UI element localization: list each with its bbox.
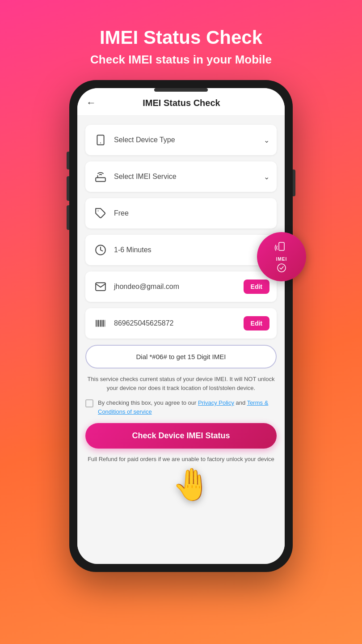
terms-row: By checking this box, you agree to our P… xyxy=(85,398,277,416)
back-button[interactable]: ← xyxy=(86,97,96,109)
router-icon xyxy=(93,169,109,185)
email-field: jhondeo@gmail.com Edit xyxy=(85,271,277,302)
app-header: ← IMEI Status Check xyxy=(77,88,285,116)
terms-checkbox[interactable] xyxy=(85,399,93,407)
imei-edit-button[interactable]: Edit xyxy=(244,316,269,330)
price-value: Free xyxy=(114,209,269,217)
main-title: IMEI Status Check xyxy=(90,27,272,48)
imei-field: 869625045625872 Edit xyxy=(85,308,277,339)
device-type-placeholder: Select Device Type xyxy=(114,136,264,144)
duration-value: 1-6 Minutes xyxy=(114,246,269,254)
imei-service-arrow: ⌄ xyxy=(264,173,269,181)
header-section: IMEI Status Check Check IMEI status in y… xyxy=(90,27,272,67)
disclaimer-text: This service checks current status of yo… xyxy=(85,375,277,392)
barcode-icon xyxy=(93,315,109,331)
device-type-arrow: ⌄ xyxy=(264,136,269,144)
duration-field: 1-6 Minutes xyxy=(85,235,277,265)
imei-service-field[interactable]: Select IMEI Service ⌄ xyxy=(85,161,277,192)
email-value: jhondeo@gmail.com xyxy=(114,283,244,291)
terms-label: By checking this box, you agree to our P… xyxy=(98,398,277,416)
app-title: IMEI Status Check xyxy=(101,98,262,108)
email-edit-button[interactable]: Edit xyxy=(244,280,269,294)
phone-icon xyxy=(93,132,109,148)
refund-text: Full Refund for paid orders if we are un… xyxy=(85,455,277,464)
hand-cursor: 🤚 xyxy=(172,466,211,503)
price-field: Free xyxy=(85,198,277,229)
imei-service-placeholder: Select IMEI Service xyxy=(114,173,264,181)
svg-rect-2 xyxy=(97,135,104,145)
imei-badge: IMEI xyxy=(257,232,306,281)
phone-wrapper: IMEI ← IMEI Status Check xyxy=(69,80,293,572)
main-subtitle: Check IMEI status in your Mobile xyxy=(90,53,272,67)
imei-value: 869625045625872 xyxy=(114,319,244,327)
tag-icon xyxy=(93,205,109,221)
svg-rect-4 xyxy=(96,178,105,182)
svg-rect-0 xyxy=(279,242,284,250)
svg-point-1 xyxy=(278,264,286,272)
device-type-field[interactable]: Select Device Type ⌄ xyxy=(85,125,277,155)
clock-icon xyxy=(93,242,109,258)
email-icon xyxy=(93,279,109,295)
check-imei-button[interactable]: Check Device IMEI Status xyxy=(85,423,277,449)
dial-button[interactable]: Dial *#06# to get 15 Digit IMEI xyxy=(85,345,277,369)
privacy-policy-link[interactable]: Privacy Policy xyxy=(198,399,234,406)
